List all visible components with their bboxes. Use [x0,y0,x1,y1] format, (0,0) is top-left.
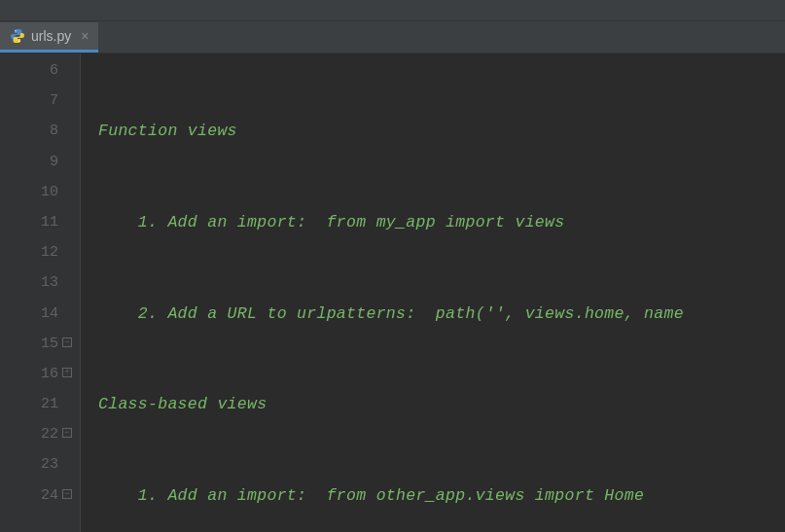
python-file-icon [10,28,25,44]
close-icon[interactable]: × [81,28,89,44]
svg-point-1 [18,41,19,42]
line-number: 13 [0,267,58,298]
line-number: 22− [0,419,58,449]
code-line: Function views [98,116,785,146]
fold-expand-icon[interactable]: + [62,368,72,377]
tab-urls-py[interactable]: urls.py × [0,22,98,53]
fold-collapse-icon[interactable]: − [62,337,72,347]
line-number: 9 [0,147,58,177]
line-number: 6 [0,55,58,86]
line-number: 12 [0,237,58,267]
code-line: 1. Add an import: from my_app import vie… [98,207,785,237]
code-line: Class-based views [98,389,785,419]
code-line: 2. Add a URL to urlpatterns: path('', vi… [98,299,785,329]
code-editor[interactable]: Function views 1. Add an import: from my… [80,53,785,532]
line-number-gutter[interactable]: 6 7 8 9 10 11 12 13 14 15− 16+ 21 22− 23… [0,53,80,532]
line-number: 11 [0,207,58,237]
line-number: 23 [0,449,58,479]
fold-collapse-icon[interactable]: − [62,489,72,499]
line-number: 24− [0,480,58,511]
line-number: 16+ [0,359,58,389]
svg-point-0 [15,30,16,31]
tab-label: urls.py [31,28,71,44]
line-number: 21 [0,389,58,419]
fold-collapse-icon[interactable]: − [62,428,72,438]
editor-area: 6 7 8 9 10 11 12 13 14 15− 16+ 21 22− 23… [0,53,785,532]
line-number: 15− [0,329,58,359]
code-line: 1. Add an import: from other_app.views i… [98,480,785,511]
line-number: 8 [0,116,58,146]
titlebar [0,0,785,21]
tab-bar: urls.py × [0,21,785,53]
line-number: 10 [0,177,58,207]
line-number: 14 [0,299,58,329]
line-number: 7 [0,86,58,116]
